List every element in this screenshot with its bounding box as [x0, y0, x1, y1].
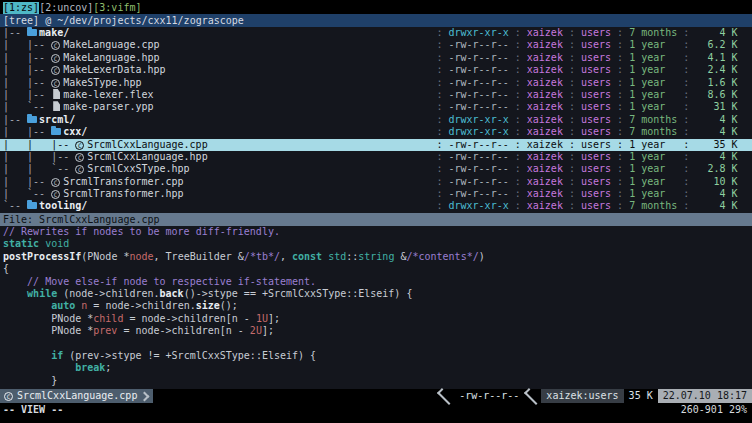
- owner-name: xaizek: [527, 163, 563, 174]
- cpp-icon: C: [51, 178, 60, 187]
- file-name: make/: [39, 27, 69, 38]
- permissions: -rw-r--r--: [449, 151, 509, 162]
- modified-time: 7 months: [629, 126, 677, 137]
- tree-row[interactable]: |-- make/ : drwxr-xr-x : xaizek : users …: [0, 27, 752, 39]
- tree-row[interactable]: | |-- CMakeLanguage.hpp : -rw-r--r-- : x…: [0, 52, 752, 64]
- tree-row[interactable]: | |-- CSrcmlTransformer.cpp : -rw-r--r--…: [0, 176, 752, 188]
- tree-row[interactable]: | | `-- CSrcmlCxxSType.hpp : -rw-r--r-- …: [0, 163, 752, 175]
- file-size: 4 K: [695, 200, 737, 211]
- tree-branch: | |--: [3, 77, 51, 88]
- group-name: users: [581, 89, 611, 100]
- code-line: if (prev->stype != +SrcmlCxxSType::Elsei…: [3, 350, 752, 362]
- permissions: -rw-r--r--: [449, 52, 509, 63]
- file-name: SrcmlCxxSType.hpp: [87, 163, 189, 174]
- owner-name: xaizek: [527, 139, 563, 150]
- file-size: 4 K: [695, 126, 737, 137]
- file-size: 31 K: [695, 101, 737, 112]
- tree-branch: |--: [3, 114, 27, 125]
- code-line: {: [3, 263, 752, 275]
- cpp-icon: C: [51, 54, 60, 63]
- tree-branch: | |--: [3, 89, 51, 100]
- group-name: users: [581, 139, 611, 150]
- code-line: // Rewrites if nodes to be more diff-fri…: [3, 226, 752, 238]
- path-bar: [tree] @ ~/dev/projects/cxx11/zograscope: [0, 14, 752, 27]
- tree-row[interactable]: | |-- CMakeSType.hpp : -rw-r--r-- : xaiz…: [0, 77, 752, 89]
- tmux-window-2[interactable]: [2:uncov]: [39, 2, 93, 14]
- modified-time: 1 year: [629, 52, 677, 63]
- permissions: drwxr-xr-x: [449, 114, 509, 125]
- code-line: break;: [3, 362, 752, 374]
- tree-branch: | |--: [3, 52, 51, 63]
- tree-row[interactable]: | `-- make-parser.ypp : -rw-r--r-- : xai…: [0, 101, 752, 113]
- tree-row[interactable]: | |-- CMakeLexerData.hpp : -rw-r--r-- : …: [0, 64, 752, 76]
- owner-name: xaizek: [527, 188, 563, 199]
- mode-indicator: -- VIEW --: [3, 403, 63, 416]
- file-name: SrcmlTransformer.cpp: [63, 176, 183, 187]
- cpp-file-icon: C: [4, 392, 13, 401]
- preview-header: File: SrcmlCxxLanguage.cpp: [0, 213, 752, 226]
- file-name: SrcmlCxxLanguage.cpp: [87, 139, 207, 150]
- cpp-icon: C: [51, 190, 60, 199]
- tmux-window-1[interactable]: [1:zs]: [3, 2, 39, 14]
- tree-row[interactable]: | `-- CSrcmlTransformer.hpp : -rw-r--r--…: [0, 188, 752, 200]
- owner-name: xaizek: [527, 176, 563, 187]
- cpp-icon: C: [51, 66, 60, 75]
- file-name: tooling/: [39, 200, 87, 211]
- tree-row[interactable]: | | |-- CSrcmlCxxLanguage.hpp : -rw-r--r…: [0, 151, 752, 163]
- code-line: // Move else-if node to respective if-st…: [3, 276, 752, 288]
- file-size: 4 K: [695, 114, 737, 125]
- owner-name: xaizek: [527, 27, 563, 38]
- tree-branch: | `--: [3, 101, 51, 112]
- file-name: SrcmlTransformer.hpp: [63, 188, 183, 199]
- modified-time: 1 year: [629, 39, 677, 50]
- tree-row[interactable]: | |-- make-lexer.flex : -rw-r--r-- : xai…: [0, 89, 752, 101]
- statusbar-permissions: -rw-r--r--: [454, 389, 524, 403]
- file-name: make-lexer.flex: [63, 89, 153, 100]
- preview-file-label: File: SrcmlCxxLanguage.cpp: [3, 214, 160, 225]
- modified-time: 7 months: [629, 27, 677, 38]
- file-size: 10 K: [695, 176, 737, 187]
- file-name: MakeLanguage.cpp: [63, 39, 159, 50]
- file-tree: |-- make/ : drwxr-xr-x : xaizek : users …: [0, 27, 752, 213]
- file-name: cxx/: [63, 126, 87, 137]
- vifm-screen: [1:zs][2:uncov][3:vifm] [tree] @ ~/dev/p…: [0, 2, 752, 416]
- owner-name: xaizek: [527, 151, 563, 162]
- tree-branch: |--: [3, 27, 27, 38]
- owner-name: xaizek: [527, 64, 563, 75]
- modified-time: 1 year: [629, 64, 677, 75]
- current-path: [tree] @ ~/dev/projects/cxx11/zograscope: [3, 15, 244, 26]
- file-size: 8.6 K: [695, 89, 737, 100]
- cpp-icon: C: [75, 165, 84, 174]
- tree-branch: | |--: [3, 126, 51, 137]
- modified-time: 1 year: [629, 176, 677, 187]
- group-name: users: [581, 52, 611, 63]
- tree-row[interactable]: | |-- cxx/ : drwxr-xr-x : xaizek : users…: [0, 126, 752, 138]
- tmux-window-3[interactable]: [3:vifm]: [93, 2, 141, 14]
- tree-row[interactable]: | | |-- CSrcmlCxxLanguage.cpp : -rw-r--r…: [0, 139, 752, 151]
- file-size: 4 K: [695, 188, 737, 199]
- statusbar-mtime: 22.07.10 18:17: [658, 389, 752, 403]
- permissions: -rw-r--r--: [449, 188, 509, 199]
- folder-icon: [27, 200, 39, 210]
- tree-row[interactable]: | |-- CMakeLanguage.cpp : -rw-r--r-- : x…: [0, 39, 752, 51]
- group-name: users: [581, 151, 611, 162]
- modified-time: 1 year: [629, 101, 677, 112]
- tree-row[interactable]: `-- tooling/ : drwxr-xr-x : xaizek : use…: [0, 200, 752, 212]
- folder-icon: [27, 114, 39, 124]
- code-line: while (node->children.back()->stype == +…: [3, 288, 752, 300]
- tree-row[interactable]: |-- srcml/ : drwxr-xr-x : xaizek : users…: [0, 114, 752, 126]
- permissions: -rw-r--r--: [449, 39, 509, 50]
- tree-branch: | | |--: [3, 151, 75, 162]
- owner-name: xaizek: [527, 39, 563, 50]
- tree-branch: | | `--: [3, 163, 75, 174]
- modified-time: 7 months: [629, 114, 677, 125]
- code-preview: // Rewrites if nodes to be more diff-fri…: [0, 226, 752, 389]
- statusbar-owner: xaizek:users: [541, 389, 623, 403]
- group-name: users: [581, 77, 611, 88]
- tree-branch: | |--: [3, 176, 51, 187]
- chevron-right-icon: [140, 391, 150, 401]
- file-size: 6.2 K: [695, 39, 737, 50]
- modified-time: 1 year: [629, 89, 677, 100]
- permissions: drwxr-xr-x: [449, 200, 509, 211]
- modified-time: 1 year: [629, 188, 677, 199]
